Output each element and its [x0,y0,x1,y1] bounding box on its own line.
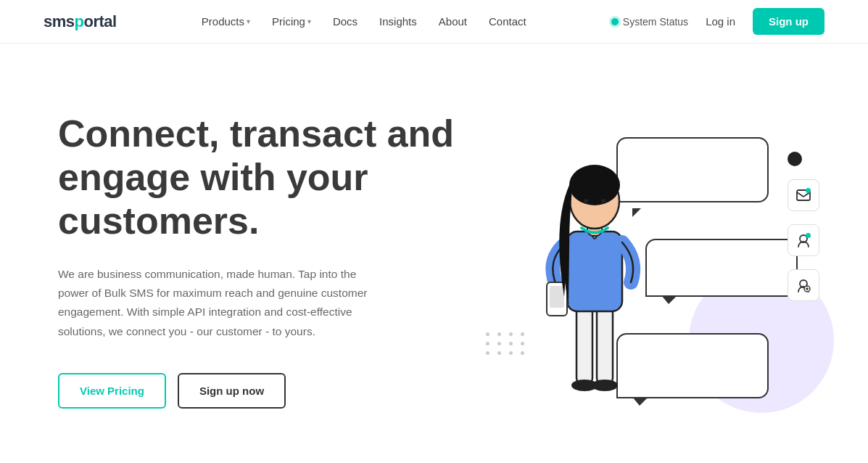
nav-item-contact[interactable]: Contact [480,9,535,33]
logo[interactable]: smsportal [44,12,117,31]
nav-actions: System Status Log in Sign up [611,8,824,35]
nav-links: Products ▾ Pricing ▾ Docs Insights About… [193,9,535,33]
nav-item-docs[interactable]: Docs [324,9,366,33]
svg-point-11 [601,199,605,203]
chevron-down-icon: ▾ [307,17,311,25]
svg-point-9 [569,165,620,205]
hero-buttons: View Pricing Sign up now [58,373,464,409]
svg-rect-1 [597,304,613,384]
svg-point-3 [592,380,618,391]
hero-heading: Connect, transact and engage with your c… [58,112,464,242]
signup-now-button[interactable]: Sign up now [178,373,286,409]
floating-icons [788,152,819,301]
dot-grid-decoration [486,332,526,355]
logo-text-dark: sms [44,12,75,30]
system-status[interactable]: System Status [611,16,688,28]
signup-button[interactable]: Sign up [753,8,824,35]
hero-content: Connect, transact and engage with your c… [58,112,464,409]
nav-item-pricing[interactable]: Pricing ▾ [263,9,320,33]
svg-point-10 [584,199,588,203]
svg-rect-6 [550,286,564,308]
svg-rect-4 [567,232,622,311]
chevron-down-icon: ▾ [247,17,250,25]
notification-icon-3 [788,269,819,301]
view-pricing-button[interactable]: View Pricing [58,373,166,409]
navbar: smsportal Products ▾ Pricing ▾ Docs Insi… [0,0,868,44]
nav-item-insights[interactable]: Insights [371,9,426,33]
system-status-label: System Status [623,16,688,28]
hero-section: Connect, transact and engage with your c… [0,44,868,463]
logo-dot: p [75,12,84,30]
dot-icon [788,152,802,166]
svg-rect-13 [806,188,811,193]
status-dot-icon [611,18,619,25]
svg-rect-15 [806,233,811,238]
login-button[interactable]: Log in [703,9,738,33]
person-illustration [537,115,653,406]
logo-text-rest: ortal [84,12,117,30]
nav-item-about[interactable]: About [430,9,476,33]
hero-subtext: We are business communication, made huma… [58,265,377,341]
notification-icon-2 [788,224,819,256]
chat-bubble-mid [645,239,798,297]
notification-icon-1 [788,179,819,211]
svg-rect-0 [576,304,592,384]
hero-illustration [464,94,841,427]
nav-item-products[interactable]: Products ▾ [193,9,259,33]
